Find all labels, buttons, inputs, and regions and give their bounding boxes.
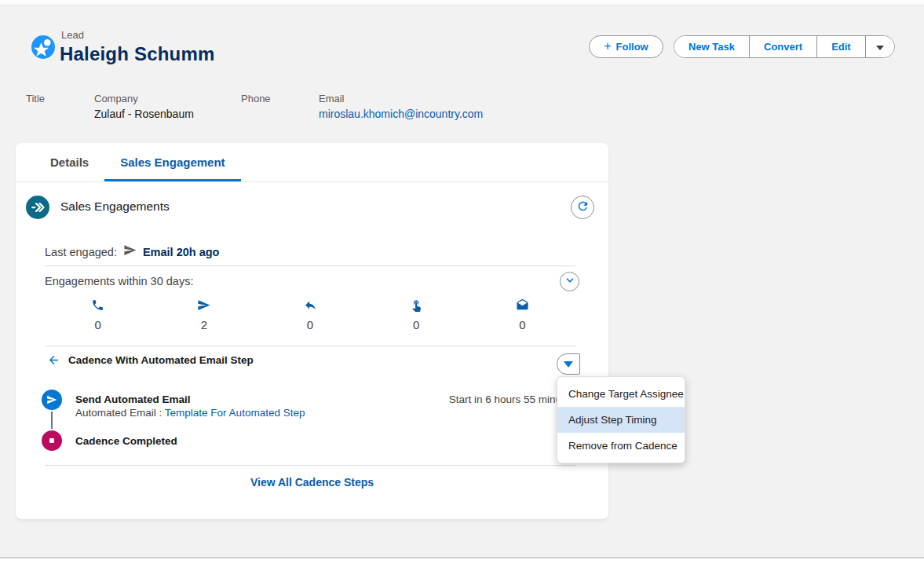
tab-sales-engagement[interactable]: Sales Engagement	[104, 145, 240, 181]
follow-button[interactable]: + Follow	[589, 35, 663, 58]
field-company: Company Zulauf - Rosenbaum	[94, 93, 194, 120]
tab-bar: Details Sales Engagement	[16, 143, 608, 182]
top-strip	[0, 0, 924, 5]
cadence-name: Cadence With Automated Email Step	[68, 354, 254, 366]
refresh-button[interactable]	[571, 196, 594, 219]
convert-button[interactable]: Convert	[750, 36, 817, 57]
more-actions-button[interactable]	[866, 36, 894, 57]
field-title: Title	[26, 93, 45, 108]
engagement-stats-row: 0 2 0 0	[45, 298, 575, 331]
step-title: Cadence Completed	[75, 435, 177, 447]
lead-avatar	[31, 35, 55, 59]
send-icon	[123, 243, 137, 260]
divider	[45, 346, 575, 346]
step-title: Send Automated Email	[75, 393, 191, 405]
collapse-engagements-button[interactable]	[560, 272, 579, 291]
stat-replies: 0	[257, 298, 363, 331]
back-arrow-icon[interactable]	[47, 353, 60, 367]
section-title: Sales Engagements	[60, 199, 170, 214]
chevron-down-icon	[564, 361, 573, 368]
menu-item-remove-from-cadence[interactable]: Remove from Cadence	[557, 433, 685, 459]
phone-icon	[91, 298, 104, 315]
step-actions-menu: Change Target Assignee Adjust Step Timin…	[557, 376, 685, 463]
email-open-icon	[516, 298, 529, 315]
engagements-label: Engagements within 30 days:	[45, 275, 193, 287]
stat-opens: 0	[469, 298, 575, 331]
page-title: Haleigh Schumm	[60, 43, 215, 65]
step-connector	[51, 412, 53, 429]
step-actions-menu-button[interactable]	[557, 353, 580, 375]
plus-icon: +	[604, 40, 611, 53]
cadence-header: Cadence With Automated Email Step	[47, 353, 254, 367]
lead-icon	[31, 34, 55, 60]
edit-button[interactable]: Edit	[817, 36, 866, 57]
email-link[interactable]: miroslau.khomich@incountry.com	[319, 108, 483, 120]
stat-clicks: 0	[363, 298, 469, 331]
chevron-down-icon	[564, 275, 575, 289]
lead-record-page: Lead Haleigh Schumm + Follow New Task Co…	[0, 0, 924, 571]
refresh-icon	[576, 199, 590, 216]
step-subtitle: Automated Email : Template For Automated…	[75, 407, 305, 419]
click-icon	[410, 298, 423, 315]
send-icon	[197, 298, 210, 315]
stat-emails-sent: 2	[151, 298, 257, 331]
action-button-group: New Task Convert Edit	[674, 35, 895, 58]
stat-calls: 0	[45, 298, 151, 331]
menu-item-change-target-assignee[interactable]: Change Target Assignee	[557, 381, 685, 407]
send-step-icon	[42, 390, 62, 410]
divider	[45, 265, 575, 266]
new-task-button[interactable]: New Task	[674, 36, 750, 57]
field-email: Email miroslau.khomich@incountry.com	[319, 93, 483, 120]
last-engaged-value: Email 20h ago	[143, 246, 220, 258]
view-all-cadence-steps-link[interactable]: View All Cadence Steps	[16, 476, 608, 489]
last-engaged-row: Last engaged: Email 20h ago	[45, 243, 219, 260]
record-detail-card: Details Sales Engagement Sales Engagemen…	[16, 143, 608, 519]
menu-item-adjust-step-timing[interactable]: Adjust Step Timing	[557, 407, 685, 433]
reply-icon	[304, 298, 317, 315]
divider	[45, 465, 575, 466]
sales-engagement-icon	[26, 196, 49, 219]
bottom-strip	[0, 557, 924, 571]
cadence-completed-icon	[42, 430, 62, 451]
chevron-down-icon	[876, 46, 884, 50]
record-type-label: Lead	[61, 29, 84, 41]
tab-details[interactable]: Details	[35, 145, 104, 181]
template-link[interactable]: Template For Automated Step	[165, 407, 305, 419]
field-phone: Phone	[241, 93, 271, 108]
